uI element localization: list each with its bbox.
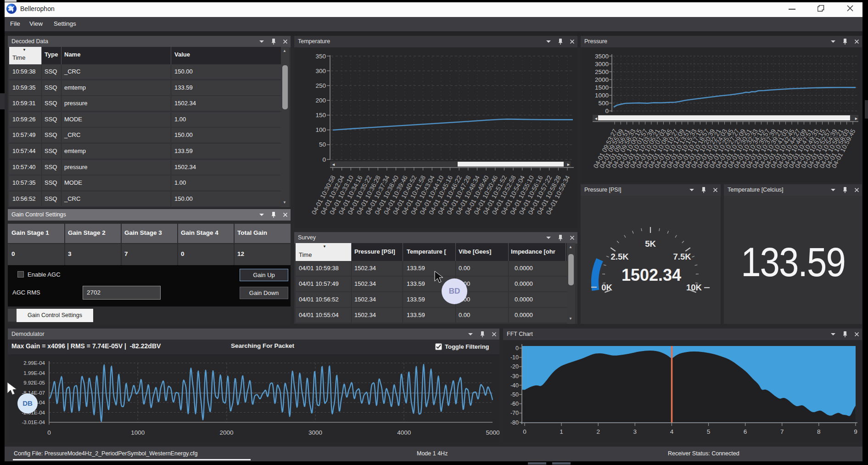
svg-text:3500: 3500 bbox=[595, 53, 609, 60]
svg-text:0: 0 bbox=[523, 428, 526, 435]
svg-text:0: 0 bbox=[605, 108, 609, 114]
svg-text:-30: -30 bbox=[510, 373, 519, 380]
svg-text:0K: 0K bbox=[601, 283, 612, 292]
svg-text:2000: 2000 bbox=[220, 429, 234, 436]
svg-text:-70: -70 bbox=[510, 410, 519, 416]
svg-text:350: 350 bbox=[315, 53, 326, 60]
svg-text:5K: 5K bbox=[645, 239, 656, 249]
svg-text:1000: 1000 bbox=[595, 92, 609, 99]
svg-text:0: 0 bbox=[47, 429, 51, 436]
svg-text:►: ► bbox=[854, 116, 858, 121]
svg-text:5: 5 bbox=[707, 428, 711, 435]
svg-text:250: 250 bbox=[315, 82, 326, 89]
svg-text:►: ► bbox=[566, 162, 571, 167]
svg-text:2500: 2500 bbox=[595, 68, 609, 75]
svg-text:9.92E-05: 9.92E-05 bbox=[23, 380, 45, 386]
svg-text:0: 0 bbox=[515, 345, 519, 352]
svg-text:150: 150 bbox=[315, 112, 326, 119]
svg-text:4000: 4000 bbox=[397, 429, 411, 436]
svg-text:7: 7 bbox=[780, 428, 784, 435]
svg-text:1.99E-04: 1.99E-04 bbox=[23, 370, 45, 376]
svg-text:2.99E-04: 2.99E-04 bbox=[23, 360, 45, 366]
svg-text:-60: -60 bbox=[510, 401, 519, 407]
svg-text:◄: ◄ bbox=[331, 162, 336, 167]
svg-text:7.5K: 7.5K bbox=[673, 252, 691, 261]
svg-text:1000: 1000 bbox=[131, 429, 145, 436]
svg-text:2000: 2000 bbox=[595, 76, 609, 83]
svg-text:-50: -50 bbox=[510, 391, 519, 398]
svg-text:4: 4 bbox=[670, 428, 674, 435]
svg-text:500: 500 bbox=[598, 100, 609, 107]
svg-text:200: 200 bbox=[315, 97, 326, 104]
svg-text:100: 100 bbox=[315, 126, 326, 133]
svg-text:1502.34: 1502.34 bbox=[622, 266, 681, 284]
svg-text:9: 9 bbox=[854, 428, 857, 435]
svg-text:3000: 3000 bbox=[595, 61, 609, 68]
svg-text:300: 300 bbox=[315, 68, 326, 74]
svg-text:5000: 5000 bbox=[486, 429, 499, 436]
svg-text:1: 1 bbox=[560, 428, 563, 435]
svg-text:6: 6 bbox=[744, 428, 747, 435]
svg-text:0: 0 bbox=[322, 156, 326, 163]
svg-text:◄: ◄ bbox=[594, 116, 598, 121]
svg-text:-40: -40 bbox=[510, 382, 519, 389]
svg-text:-20: -20 bbox=[510, 363, 519, 370]
svg-text:2.5K: 2.5K bbox=[610, 252, 629, 261]
svg-text:10K: 10K bbox=[686, 283, 702, 292]
svg-text:1500: 1500 bbox=[595, 84, 609, 91]
svg-text:-80: -80 bbox=[510, 420, 519, 426]
svg-text:50: 50 bbox=[319, 141, 326, 148]
svg-text:3: 3 bbox=[633, 428, 637, 435]
svg-text:3000: 3000 bbox=[308, 429, 322, 436]
svg-text:8: 8 bbox=[817, 428, 821, 435]
svg-text:2: 2 bbox=[596, 428, 600, 435]
svg-text:-10: -10 bbox=[510, 354, 519, 361]
svg-text:-3.01E-04: -3.01E-04 bbox=[22, 420, 45, 425]
